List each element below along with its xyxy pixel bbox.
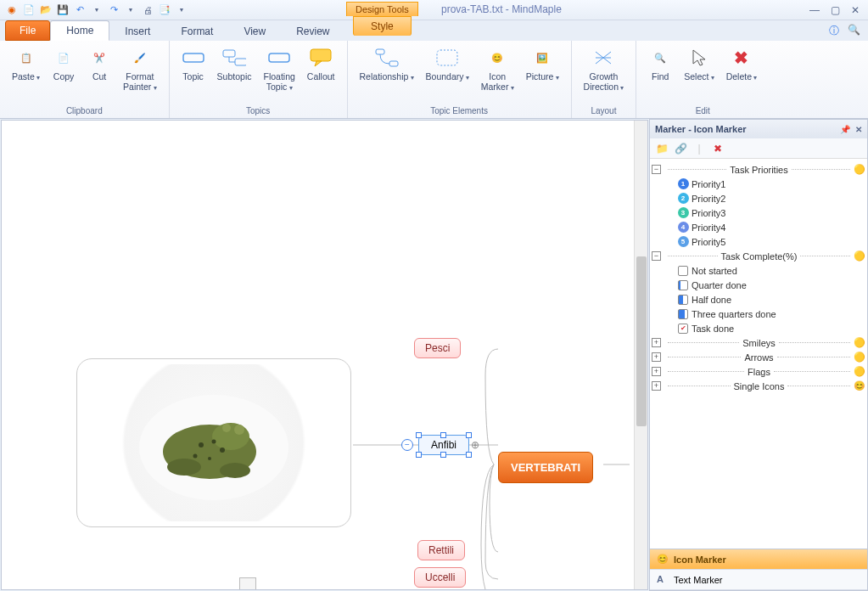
marker-panel: Marker - Icon Marker 📌 ✕ 📁 🔗 | ✖ − Task … bbox=[649, 119, 868, 591]
undo-icon[interactable]: ↶ bbox=[73, 3, 87, 17]
close-icon[interactable]: ✕ bbox=[848, 4, 863, 16]
ribbon: 📋Paste 📄Copy ✂️Cut 🖌️Format Painter Clip… bbox=[0, 41, 868, 119]
expand-toggle[interactable]: + bbox=[652, 352, 661, 362]
delete-button[interactable]: ✖Delete bbox=[721, 44, 763, 104]
find-button[interactable]: 🔍Find bbox=[643, 44, 677, 104]
redo-icon[interactable]: ↷ bbox=[107, 3, 120, 17]
tree-group-single[interactable]: +Single Icons😊 bbox=[652, 379, 865, 393]
node-anfibi-selected[interactable]: Anfibi ⊕ bbox=[418, 435, 469, 455]
panel-title-bar: Marker - Icon Marker 📌 ✕ bbox=[650, 120, 867, 138]
expand-toggle[interactable]: + bbox=[652, 367, 661, 376]
pin-icon[interactable]: 📌 bbox=[840, 125, 850, 134]
icon-marker-button[interactable]: 😊Icon Marker bbox=[476, 44, 519, 104]
tree-item-priority2[interactable]: 2Priority2 bbox=[652, 191, 865, 205]
tab-text-marker[interactable]: AText Marker bbox=[650, 570, 867, 590]
open-icon[interactable]: 📂 bbox=[39, 3, 53, 17]
canvas-area[interactable]: VERTEBRATI Pesci Rettili Uccelli Mammife… bbox=[1, 120, 648, 590]
tab-format[interactable]: Format bbox=[165, 22, 228, 41]
qat-dropdown-icon[interactable]: ▼ bbox=[175, 3, 188, 17]
resize-handle-sw[interactable] bbox=[416, 452, 422, 458]
topic-image-box[interactable] bbox=[76, 358, 351, 527]
file-tab[interactable]: File bbox=[5, 20, 50, 41]
vertical-scrollbar[interactable] bbox=[634, 121, 647, 589]
marker-tree[interactable]: − Task Priorities 🟡 1Priority1 2Priority… bbox=[650, 159, 867, 549]
tree-item-priority4[interactable]: 4Priority4 bbox=[652, 220, 865, 234]
node-rettili[interactable]: Rettili bbox=[417, 540, 465, 560]
tree-group-flags[interactable]: +Flags🟡 bbox=[652, 364, 865, 379]
copy-button[interactable]: 📄Copy bbox=[47, 44, 81, 104]
node-pesci[interactable]: Pesci bbox=[414, 338, 461, 358]
app-icon[interactable]: ◉ bbox=[5, 3, 19, 17]
tree-item-priority1[interactable]: 1Priority1 bbox=[652, 177, 865, 191]
done-icon: ✔ bbox=[678, 324, 688, 334]
expand-toggle[interactable]: + bbox=[652, 338, 661, 347]
paste-button[interactable]: 📋Paste bbox=[7, 44, 45, 104]
tab-insert[interactable]: Insert bbox=[109, 22, 165, 41]
minimize-icon[interactable]: — bbox=[807, 4, 822, 16]
resize-handle-se[interactable] bbox=[466, 452, 472, 458]
resize-handle-ne[interactable] bbox=[466, 432, 472, 438]
tab-view[interactable]: View bbox=[228, 22, 281, 41]
save-icon[interactable]: 💾 bbox=[56, 3, 70, 17]
boundary-button[interactable]: Boundary bbox=[421, 44, 474, 104]
link-marker-icon[interactable]: 🔗 bbox=[674, 142, 687, 155]
expand-toggle[interactable]: + bbox=[652, 381, 661, 391]
tree-group-priorities[interactable]: − Task Priorities 🟡 bbox=[652, 162, 865, 177]
add-marker-icon[interactable]: 📁 bbox=[655, 142, 669, 155]
delete-marker-icon[interactable]: ✖ bbox=[711, 142, 725, 155]
collapse-button[interactable]: − bbox=[401, 439, 413, 451]
tree-group-smileys[interactable]: +Smileys🟡 bbox=[652, 335, 865, 350]
picture-button[interactable]: 🖼️Picture bbox=[521, 44, 564, 104]
smiley-icon: 😊 bbox=[657, 554, 669, 566]
tree-item-quarter[interactable]: Quarter done bbox=[652, 278, 865, 292]
mindmap-canvas[interactable]: VERTEBRATI Pesci Rettili Uccelli Mammife… bbox=[2, 121, 647, 589]
main-area: VERTEBRATI Pesci Rettili Uccelli Mammife… bbox=[0, 119, 868, 591]
export-icon[interactable]: 📑 bbox=[158, 3, 171, 17]
svg-point-12 bbox=[222, 424, 231, 432]
scrollbar-thumb[interactable] bbox=[636, 256, 647, 426]
drag-handle-icon[interactable]: ⊕ bbox=[471, 439, 479, 451]
priority1-icon: 1 bbox=[678, 178, 689, 189]
subtopic-button[interactable]: Subtopic bbox=[212, 44, 257, 104]
select-button[interactable]: Select bbox=[679, 44, 719, 104]
collapse-toggle[interactable]: − bbox=[652, 251, 661, 261]
resize-handle-nw[interactable] bbox=[416, 432, 422, 438]
quick-access-toolbar: ◉ 📄 📂 💾 ↶ ▼ ↷ ▼ 🖨 📑 ▼ bbox=[5, 3, 188, 17]
print-icon[interactable]: 🖨 bbox=[141, 3, 154, 17]
maximize-icon[interactable]: ▢ bbox=[827, 4, 843, 16]
topic-button[interactable]: Topic bbox=[176, 44, 210, 104]
floating-topic-button[interactable]: Floating Topic bbox=[258, 44, 300, 104]
sheet-tab[interactable] bbox=[239, 577, 256, 589]
new-icon[interactable]: 📄 bbox=[22, 3, 36, 17]
collapse-toggle[interactable]: − bbox=[652, 165, 661, 174]
format-painter-button[interactable]: 🖌️Format Painter bbox=[118, 44, 162, 104]
tree-item-priority3[interactable]: 3Priority3 bbox=[652, 205, 865, 220]
redo-dropdown-icon[interactable]: ▼ bbox=[124, 3, 137, 17]
tree-group-arrows[interactable]: +Arrows🟡 bbox=[652, 350, 865, 364]
tab-home[interactable]: Home bbox=[50, 20, 109, 41]
help-icon[interactable]: ⓘ bbox=[829, 24, 843, 37]
search-icon[interactable]: 🔍 bbox=[848, 24, 861, 37]
priority2-icon: 2 bbox=[678, 193, 689, 204]
resize-handle-n[interactable] bbox=[440, 432, 446, 438]
relationship-button[interactable]: Relationship bbox=[355, 44, 419, 104]
node-root[interactable]: VERTEBRATI bbox=[498, 452, 593, 483]
tree-item-threequarter[interactable]: Three quarters done bbox=[652, 307, 865, 321]
tree-item-half[interactable]: Half done bbox=[652, 292, 865, 307]
undo-dropdown-icon[interactable]: ▼ bbox=[90, 3, 104, 17]
delete-icon: ✖ bbox=[730, 46, 753, 70]
tab-review[interactable]: Review bbox=[281, 22, 344, 41]
panel-close-icon[interactable]: ✕ bbox=[855, 125, 862, 134]
tab-style[interactable]: Style bbox=[353, 16, 412, 36]
tab-icon-marker[interactable]: 😊Icon Marker bbox=[650, 549, 867, 570]
cut-button[interactable]: ✂️Cut bbox=[82, 44, 116, 104]
svg-rect-0 bbox=[183, 53, 204, 62]
tree-item-done[interactable]: ✔Task done bbox=[652, 321, 865, 335]
tree-item-priority5[interactable]: 5Priority5 bbox=[652, 234, 865, 249]
growth-button[interactable]: Growth Direction bbox=[579, 44, 630, 104]
sheet-tabs bbox=[2, 577, 634, 589]
tree-item-notstarted[interactable]: Not started bbox=[652, 263, 865, 278]
resize-handle-s[interactable] bbox=[440, 452, 446, 458]
tree-group-complete[interactable]: − Task Complete(%) 🟡 bbox=[652, 249, 865, 263]
callout-button[interactable]: Callout bbox=[302, 44, 340, 104]
